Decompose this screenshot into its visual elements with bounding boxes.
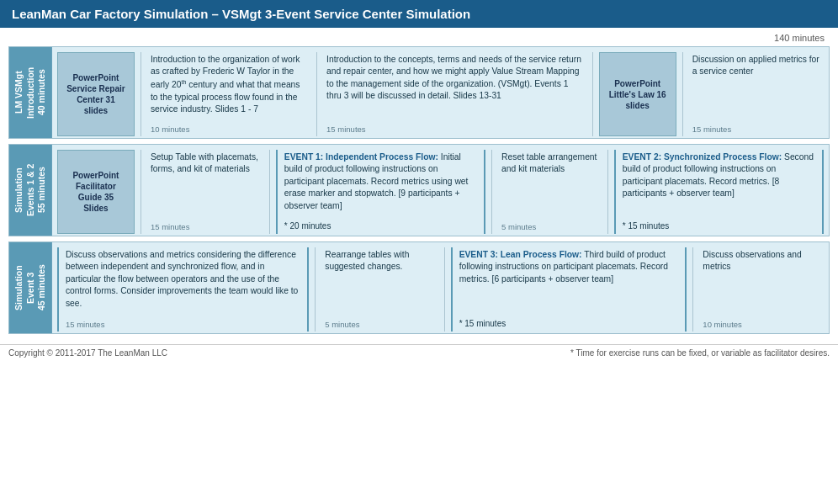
discuss-obs-text: Discuss observations and metrics conside… — [57, 247, 309, 332]
reset-content: Reset table arrangement and kit material… — [501, 151, 598, 176]
intro-text-1-minutes: 10 minutes — [151, 124, 307, 135]
footer-note: * Time for exercise runs can be fixed, o… — [570, 348, 830, 358]
sep7 — [491, 150, 492, 234]
event-2-content: EVENT 2: Synchronized Process Flow: Seco… — [623, 151, 815, 200]
event-2-minutes: * 15 minutes — [623, 220, 815, 232]
row-introduction: LM VSMgtIntroduction40 minutes PowerPoin… — [8, 46, 830, 139]
intro-text-2-content: Introduction to the concepts, terms and … — [326, 54, 583, 103]
rearrange-minutes: 5 minutes — [325, 319, 434, 330]
ppt-service-repair: PowerPoint Service Repair Center 31 slid… — [57, 52, 135, 136]
page-title: LeanMan Car Factory Simulation – VSMgt 3… — [12, 7, 470, 21]
sep1 — [141, 52, 141, 136]
page-footer: Copyright © 2011-2017 The LeanMan LLC * … — [0, 344, 838, 361]
intro-text-1: Introduction to the organization of work… — [147, 52, 310, 136]
event-1-cell: EVENT 1: Independent Process Flow: Initi… — [276, 150, 485, 234]
event-2-cell: EVENT 2: Synchronized Process Flow: Seco… — [614, 150, 824, 234]
discuss-obs-minutes: 15 minutes — [66, 319, 300, 330]
intro-text-2: Introduction to the concepts, terms and … — [323, 52, 586, 136]
page-header: LeanMan Car Factory Simulation – VSMgt 3… — [0, 0, 838, 28]
event-3-title: EVENT 3: Lean Process Flow: — [459, 250, 582, 259]
row-sim-1-2-label: SimulationEvents 1 & 255 minutes — [9, 145, 52, 236]
rearrange-text: Rearrange tables with suggested changes.… — [321, 247, 438, 332]
event-3-minutes: * 15 minutes — [459, 318, 679, 330]
event-1-content: EVENT 1: Independent Process Flow: Initi… — [284, 151, 477, 212]
row-introduction-label: LM VSMgtIntroduction40 minutes — [9, 47, 52, 138]
footer-copyright: Copyright © 2011-2017 The LeanMan LLC — [8, 348, 167, 358]
row-sim-1-2-body: PowerPoint Facilitator Guide 35 Slides S… — [52, 145, 829, 236]
page-container: LeanMan Car Factory Simulation – VSMgt 3… — [0, 0, 838, 361]
sep3 — [592, 52, 593, 136]
ppt-littles-law: PowerPoint Little's Law 16 slides — [599, 52, 676, 136]
ppt-littles-law-label: PowerPoint Little's Law 16 slides — [607, 78, 669, 111]
reset-minutes: 5 minutes — [501, 221, 598, 232]
row-introduction-body: PowerPoint Service Repair Center 31 slid… — [52, 47, 829, 138]
event-1-title: EVENT 1: Independent Process Flow: — [284, 152, 438, 162]
total-time-label: 140 minutes — [8, 33, 830, 43]
rearrange-content: Rearrange tables with suggested changes. — [325, 249, 434, 273]
sep2 — [316, 52, 317, 136]
event-1-minutes: * 20 minutes — [284, 220, 477, 232]
discuss-obs-content: Discuss observations and metrics conside… — [66, 249, 300, 310]
sep8 — [607, 150, 608, 234]
intro-text-3-content: Discussion on applied metrics for a serv… — [692, 54, 820, 78]
sep4 — [682, 52, 683, 136]
intro-text-3: Discussion on applied metrics for a serv… — [689, 52, 824, 136]
ppt-facilitator-label: PowerPoint Facilitator Guide 35 Slides — [65, 170, 127, 214]
sep11 — [692, 247, 693, 332]
final-discuss-minutes: 10 minutes — [703, 319, 820, 330]
sim-setup-minutes: 15 minutes — [151, 221, 260, 232]
main-content: 140 minutes LM VSMgtIntroduction40 minut… — [0, 28, 838, 344]
final-discuss-content: Discuss observations and metrics — [703, 249, 820, 273]
row-sim-1-2: SimulationEvents 1 & 255 minutes PowerPo… — [8, 144, 830, 236]
intro-text-2-minutes: 15 minutes — [326, 124, 583, 135]
sep6 — [269, 150, 270, 234]
sim-setup-text: Setup Table with placemats, forms, and k… — [147, 150, 263, 234]
sim-setup-content: Setup Table with placemats, forms, and k… — [151, 151, 260, 176]
event-2-title: EVENT 2: Synchronized Process Flow: — [623, 152, 782, 162]
ppt-service-repair-label: PowerPoint Service Repair Center 31 slid… — [65, 72, 127, 116]
ppt-facilitator: PowerPoint Facilitator Guide 35 Slides — [57, 150, 135, 234]
sep9 — [315, 247, 316, 332]
sep5 — [141, 150, 141, 234]
row-sim-3-body: Discuss observations and metrics conside… — [52, 242, 829, 333]
intro-text-3-minutes: 15 minutes — [692, 124, 820, 135]
event-3-cell: EVENT 3: Lean Process Flow: Third build … — [451, 247, 687, 332]
reset-text: Reset table arrangement and kit material… — [498, 150, 602, 234]
sep10 — [444, 247, 445, 332]
event-3-content: EVENT 3: Lean Process Flow: Third build … — [459, 249, 679, 285]
intro-text-1-content: Introduction to the organization of work… — [151, 54, 307, 115]
row-sim-3-label: SimulationEvent 345 minutes — [9, 242, 52, 333]
final-discuss-text: Discuss observations and metrics 10 minu… — [699, 247, 824, 332]
row-sim-3: SimulationEvent 345 minutes Discuss obse… — [8, 241, 830, 334]
